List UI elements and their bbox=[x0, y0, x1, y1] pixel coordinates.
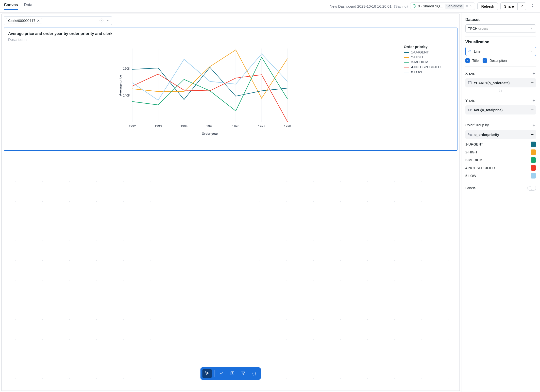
y-axis-add-icon[interactable]: ＋ bbox=[532, 98, 536, 103]
legend-swatch bbox=[404, 62, 409, 63]
legend-item[interactable]: 5-LOW bbox=[404, 70, 453, 74]
labels-toggle[interactable] bbox=[527, 186, 536, 191]
y-axis-field-remove-icon[interactable]: − bbox=[531, 107, 534, 113]
tab-data[interactable]: Data bbox=[24, 3, 33, 10]
legend-item[interactable]: 3-MEDIUM bbox=[404, 60, 453, 64]
y-axis-kebab-icon[interactable]: ⋮ bbox=[525, 98, 529, 103]
group-add-icon[interactable]: ＋ bbox=[532, 122, 536, 128]
cursor-icon bbox=[205, 371, 210, 376]
x-axis-add-icon[interactable]: ＋ bbox=[532, 70, 536, 76]
x-axis-kebab-icon[interactable]: ⋮ bbox=[525, 70, 529, 76]
y-axis-field[interactable]: 1.2 AVG(o_totalprice) − bbox=[465, 105, 536, 114]
svg-text:140K: 140K bbox=[123, 94, 131, 97]
chart-title[interactable]: Average price and order year by order pr… bbox=[8, 32, 453, 36]
legend-item-label: 5-LOW bbox=[411, 70, 422, 74]
group-kebab-icon[interactable]: ⋮ bbox=[525, 122, 529, 128]
series-name: 3-MEDIUM bbox=[465, 158, 482, 162]
chip-remove-icon[interactable]: ✕ bbox=[37, 19, 40, 23]
dataset-select[interactable]: TPCH orders bbox=[465, 24, 536, 33]
warehouse-size: M bbox=[466, 4, 469, 8]
line-chart-icon bbox=[468, 49, 472, 54]
visualization-select[interactable]: Line bbox=[465, 47, 536, 56]
chart-legend: Order priority 1-URGENT2-HIGH3-MEDIUM4-N… bbox=[404, 44, 453, 137]
canvas[interactable]: Clerk#000002117 ✕ ⓧ Average price and or… bbox=[1, 14, 460, 391]
x-axis-field-text: YEARLY(o_orderdate) bbox=[474, 81, 510, 85]
y-axis-field-text: AVG(o_totalprice) bbox=[473, 108, 503, 112]
series-name: 1-URGENT bbox=[465, 142, 483, 146]
x-axis-field-remove-icon[interactable]: − bbox=[531, 80, 534, 85]
toolbar-divider bbox=[214, 370, 215, 377]
filter-box[interactable]: Clerk#000002117 ✕ ⓧ bbox=[4, 16, 112, 25]
svg-text:1995: 1995 bbox=[206, 124, 214, 128]
filter-chip[interactable]: Clerk#000002117 ✕ bbox=[6, 18, 42, 23]
warehouse-picker[interactable]: 0 - Shared SQ… Serverless M bbox=[410, 2, 475, 10]
svg-text:1993: 1993 bbox=[155, 124, 162, 128]
share-dropdown-button[interactable] bbox=[517, 2, 526, 10]
series-swatch[interactable] bbox=[531, 149, 536, 155]
x-axis-label: X axis bbox=[465, 71, 475, 75]
title-checkbox[interactable]: ✓ bbox=[465, 58, 470, 63]
description-checkbox[interactable]: ✓ bbox=[483, 58, 487, 63]
dataset-value: TPCH orders bbox=[468, 27, 488, 31]
legend-title: Order priority bbox=[404, 45, 453, 49]
tool-select[interactable] bbox=[202, 369, 212, 378]
group-field-text: o_orderpriority bbox=[474, 133, 499, 137]
series-row: 2-HIGH bbox=[465, 149, 536, 155]
svg-text:Average price: Average price bbox=[118, 75, 122, 96]
series-swatch[interactable] bbox=[531, 165, 536, 171]
chevron-down-icon[interactable] bbox=[106, 19, 109, 23]
legend-swatch bbox=[404, 72, 409, 72]
series-swatch[interactable] bbox=[531, 173, 536, 179]
chevron-down-icon bbox=[530, 49, 533, 53]
series-row: 3-MEDIUM bbox=[465, 157, 536, 163]
tool-chart[interactable] bbox=[217, 369, 226, 378]
warehouse-name: 0 - Shared SQ… bbox=[418, 4, 443, 8]
series-swatch[interactable] bbox=[531, 142, 536, 147]
svg-rect-20 bbox=[468, 81, 471, 84]
kebab-menu-icon[interactable]: ⋮ bbox=[529, 2, 536, 10]
chart-description[interactable]: Description bbox=[8, 37, 453, 42]
calendar-icon bbox=[468, 81, 472, 85]
series-row: 4-NOT SPECIFIED bbox=[465, 165, 536, 171]
group-field-remove-icon[interactable]: − bbox=[531, 132, 534, 137]
series-row: 5-LOW bbox=[465, 173, 536, 179]
string-icon: ABC bbox=[468, 133, 472, 136]
series-name: 4-NOT SPECIFIED bbox=[465, 166, 495, 170]
visualization-section-title: Visualization bbox=[465, 40, 536, 44]
header-bar: Canvas Data New Dashboard 2023-10-16 16:… bbox=[0, 0, 540, 13]
share-button-group: Share bbox=[500, 2, 526, 10]
legend-item-label: 3-MEDIUM bbox=[411, 60, 428, 64]
title-checkbox-label: Title bbox=[472, 59, 479, 63]
refresh-button[interactable]: Refresh bbox=[477, 2, 498, 10]
visualization-value: Line bbox=[474, 49, 480, 53]
chevron-down-icon bbox=[520, 4, 523, 8]
tool-filter[interactable] bbox=[239, 369, 248, 378]
clear-filter-icon[interactable]: ⓧ bbox=[100, 18, 103, 23]
group-field[interactable]: ABC o_orderpriority − bbox=[465, 130, 536, 139]
tool-text[interactable] bbox=[228, 369, 237, 378]
x-axis-field[interactable]: YEARLY(o_orderdate) − bbox=[465, 78, 536, 87]
tab-canvas[interactable]: Canvas bbox=[4, 3, 18, 10]
svg-text:1996: 1996 bbox=[232, 124, 239, 128]
filter-chip-label: Clerk#000002117 bbox=[8, 19, 35, 23]
legend-item[interactable]: 4-NOT SPECIFIED bbox=[404, 65, 453, 69]
side-panel: Dataset TPCH orders Visualization Line ✓… bbox=[461, 13, 540, 392]
series-name: 5-LOW bbox=[465, 174, 476, 178]
chart-card[interactable]: Average price and order year by order pr… bbox=[4, 28, 457, 151]
series-row: 1-URGENT bbox=[465, 142, 536, 147]
filter-icon bbox=[241, 371, 246, 376]
swap-axes-icon[interactable] bbox=[465, 88, 536, 94]
dataset-section-title: Dataset bbox=[465, 17, 536, 22]
legend-swatch bbox=[404, 67, 409, 67]
y-axis-label: Y axis bbox=[465, 98, 475, 102]
tool-code[interactable]: { } bbox=[250, 369, 259, 378]
series-swatch[interactable] bbox=[531, 157, 536, 163]
svg-text:160K: 160K bbox=[123, 67, 131, 70]
share-button[interactable]: Share bbox=[500, 2, 517, 10]
group-label: Color/Group by bbox=[465, 123, 489, 127]
svg-text:1998: 1998 bbox=[284, 124, 291, 128]
line-chart-svg: 140K160K1992199319941995199619971998Orde… bbox=[8, 44, 399, 137]
legend-item[interactable]: 2-HIGH bbox=[404, 55, 453, 59]
legend-item[interactable]: 1-URGENT bbox=[404, 50, 453, 54]
tabs: Canvas Data bbox=[4, 3, 33, 10]
